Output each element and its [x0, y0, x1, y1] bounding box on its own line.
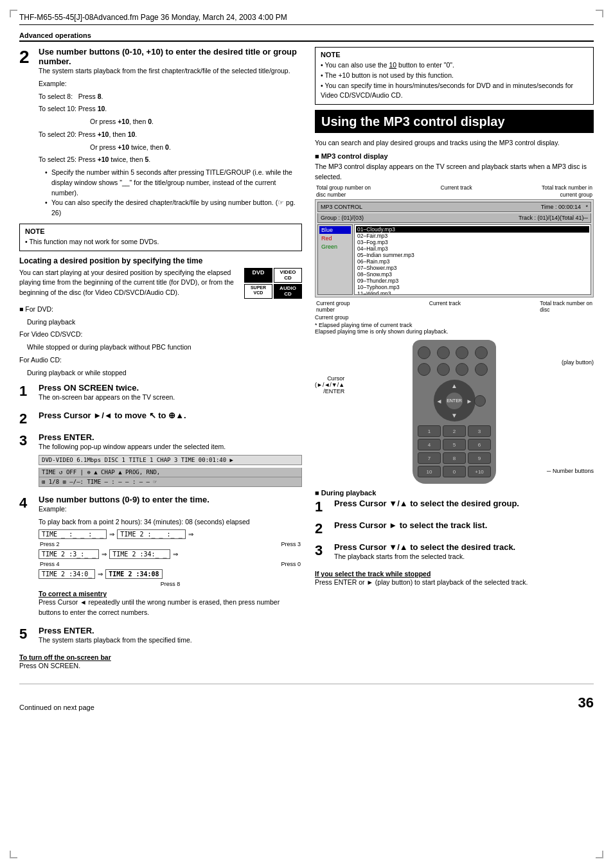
num-btn-7[interactable]: 7: [418, 452, 441, 464]
remote-btn-8[interactable]: [475, 363, 488, 376]
mp3-label-current-track: Current track: [441, 184, 472, 191]
step1-body: The on-screen bar appears on the TV scre…: [39, 393, 302, 403]
step1-container: 1 Press ON SCREEN twice. The on-screen b…: [19, 383, 302, 405]
num-btn-2[interactable]: 2: [443, 425, 466, 437]
pb-step1-container: 1 Press Cursor ▼/▲ to select the desired…: [315, 499, 594, 515]
mp3-track-03: 03–Fog.mp3: [356, 239, 589, 245]
mp3-track-07: 07–Shower.mp3: [356, 265, 589, 271]
dpad-center-enter[interactable]: ENTER: [446, 393, 463, 409]
num-btn-plus10[interactable]: +10: [468, 466, 491, 477]
mp3-labels-row1: Total group number on Current track Tota…: [315, 184, 594, 191]
pb-step3-num: 3: [315, 542, 334, 565]
mp3-header-time: Time : 00:00:14 *: [541, 204, 588, 210]
remote-btn-3[interactable]: [456, 346, 468, 359]
num-btn-10[interactable]: 10: [418, 466, 441, 477]
play-button-label: (play button): [562, 359, 594, 366]
if-stopped-body: Press ENTER or ► (play button) to start …: [315, 578, 594, 588]
dpad-down: ▼: [451, 412, 458, 419]
mp3-labels-bottom: Current groupnumber Current track Total …: [315, 300, 594, 313]
num-btn-4[interactable]: 4: [418, 439, 441, 450]
step2-ex2: To select 10: Press 10.: [39, 104, 302, 114]
if-stopped-heading: If you select the track while stopped: [315, 570, 594, 578]
mp3-track-05: 05–Indian summer.mp3: [356, 252, 589, 258]
mp3-label-current-group: current group: [560, 191, 592, 198]
num-btn-3[interactable]: 3: [468, 425, 491, 437]
arrow-3: ⇒: [98, 571, 103, 578]
section-label: Advanced operations: [19, 31, 594, 42]
step5-content: Press ENTER. The system starts playback …: [39, 626, 302, 648]
locating-text: You can start playing at your desired po…: [19, 268, 239, 298]
num-btn-9[interactable]: 9: [468, 452, 491, 464]
step2-ex2b: Or press +10, then 0.: [90, 117, 302, 127]
dpad-ring[interactable]: ▲ ▼ ◄ ► ENTER: [434, 380, 475, 421]
step2-note-item: This function may not work for some DVDs…: [25, 237, 296, 247]
step2b-content: Press Cursor ►/◄ to move ↖ to ⊕▲.: [39, 411, 302, 427]
remote-btn-7[interactable]: [456, 363, 468, 376]
step2-example-label: Example:: [39, 79, 302, 89]
num-btn-6[interactable]: 6: [468, 439, 491, 450]
time-entry-rows: TIME _ :_ _ :_ _ ⇒ TIME 2 :_ _ :_ _ ⇒ Pr…: [39, 529, 302, 587]
remote-btn-2[interactable]: [437, 346, 450, 359]
for-audio: For Audio CD:: [19, 355, 302, 366]
remote-btn-6[interactable]: [437, 363, 450, 376]
time-row-1: TIME _ :_ _ :_ _ ⇒ TIME 2 :_ _ :_ _ ⇒: [39, 529, 302, 539]
remote-top-row: [418, 346, 491, 359]
remote-btn-1[interactable]: [418, 346, 431, 359]
main-content: 2 Use number buttons (0-10, +10) to ente…: [19, 47, 594, 673]
format-badges-container: DVD VIDEOCD SUPERVCD AUDIOCD: [244, 268, 302, 299]
step2-body: The system starts playback from the firs…: [39, 66, 302, 76]
remote-dpad-row: ▲ ▼ ◄ ► ENTER: [418, 380, 491, 421]
remote-btn-5[interactable]: [418, 363, 431, 376]
pb-step3-heading: Press Cursor ▼/▲ to select the desired t…: [334, 542, 594, 552]
pb-step3-body: The playback starts from the selected tr…: [334, 552, 594, 562]
step2b-container: 2 Press Cursor ►/◄ to move ↖ to ⊕▲.: [19, 411, 302, 427]
mp3-track-10: 10–Typhoon.mp3: [356, 284, 589, 290]
mp3-current-group-label: Current group: [315, 314, 594, 321]
step2-heading: Use number buttons (0-10, +10) to enter …: [39, 47, 302, 66]
number-buttons-label: ─ Number buttons: [547, 468, 594, 474]
correct-heading: To correct a misentry: [39, 590, 302, 598]
num-btn-0[interactable]: 0: [443, 466, 466, 477]
pb-step1-content: Press Cursor ▼/▲ to select the desired g…: [334, 499, 594, 515]
corner-mark-tl: [10, 10, 17, 17]
step2-bullet2: You can also specify the desired chapter…: [45, 198, 302, 218]
step5-number: 5: [19, 626, 39, 648]
time-box-3a: TIME 2 :34:0_: [39, 569, 95, 579]
step4-example: Example:: [39, 504, 302, 515]
step5-container: 5 Press ENTER. The system starts playbac…: [19, 626, 302, 648]
step1-number: 1: [19, 383, 39, 405]
step2-ex1: To select 8: Press 8.: [39, 92, 302, 102]
elapsed-note-2: Elapsed playing time is only shown durin…: [315, 328, 594, 335]
mp3-labels-row2: disc number current group: [315, 191, 594, 198]
corner-mark-tr: [596, 10, 603, 17]
right-note-title: NOTE: [321, 51, 588, 58]
locating-intro-row: You can start playing at your desired po…: [19, 268, 302, 301]
mp3-header: MP3 CONTROL Time : 00:00:14 *: [317, 202, 591, 212]
remote-diagram-container: Cursor(►/◄/▼/▲/ENTER: [315, 340, 594, 484]
dpad-up: ▲: [451, 382, 458, 389]
mp3-color-red: Red: [319, 235, 351, 242]
pb-step2-container: 2 Press Cursor ► to select the track lis…: [315, 520, 594, 537]
num-btn-8[interactable]: 8: [443, 452, 466, 464]
step2-ex4: To select 25: Press +10 twice, then 5.: [39, 155, 302, 165]
remote-btn-4[interactable]: [475, 346, 488, 359]
page-header: THF-M65-55-45[J]-08Advanced.fm Page 36 M…: [19, 13, 594, 25]
arrow-1: ⇒: [109, 531, 114, 538]
while-stopped: While stopped or during playback without…: [27, 342, 302, 353]
badge-super: SUPERVCD: [244, 284, 272, 299]
mp3-control-heading: ■ MP3 control display: [315, 152, 594, 160]
continued-text: Continued on next page: [19, 704, 94, 711]
page-footer: Continued on next page 36: [19, 684, 594, 711]
step2-bullet1: Specify the number within 5 seconds afte…: [45, 168, 302, 198]
time-box-2b: TIME 2 :34:_ _: [109, 549, 170, 559]
press2-label: Press 2: [40, 541, 60, 547]
play-button[interactable]: [474, 395, 486, 407]
right-note-box: NOTE You can also use the 10 button to e…: [315, 47, 594, 105]
num-btn-1[interactable]: 1: [418, 425, 441, 437]
mp3-label-total-group: Total group number on: [316, 184, 371, 191]
mp3-track-06: 06–Rain.mp3: [356, 258, 589, 265]
elapsed-note: * Elapsed playing time of current track …: [315, 322, 594, 335]
header-text: THF-M65-55-45[J]-08Advanced.fm Page 36 M…: [19, 13, 287, 22]
num-btn-5[interactable]: 5: [443, 439, 466, 450]
right-column: NOTE You can also use the 10 button to e…: [315, 47, 594, 673]
